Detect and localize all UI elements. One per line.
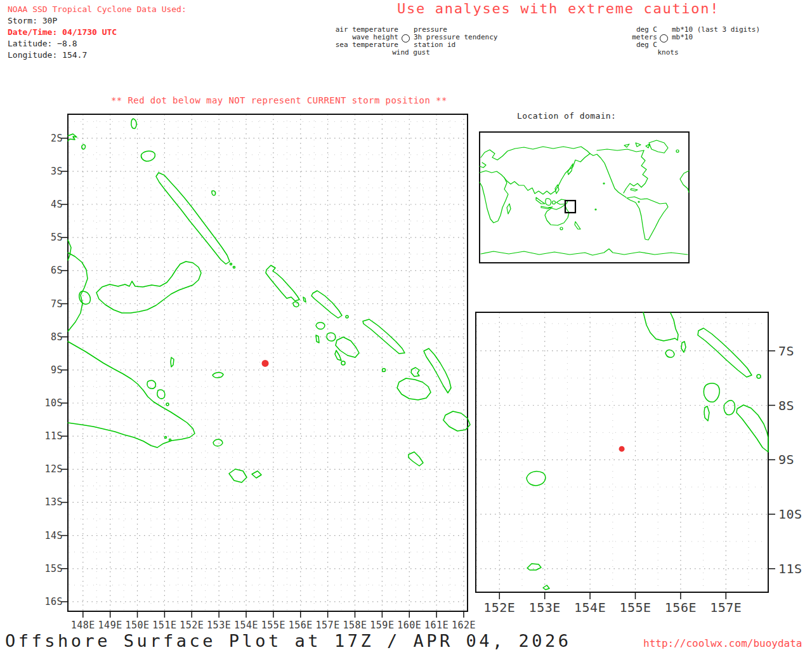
main-map-lon-label-161E: 161E [424, 620, 449, 631]
station-circle-icon [402, 34, 410, 43]
coastline-new-zealand [575, 222, 580, 229]
coastline-islet [165, 437, 167, 439]
station-circle-icon [660, 34, 668, 43]
coastline-islet [82, 145, 86, 149]
coastline-manus [68, 134, 77, 141]
coastline-south-america [627, 197, 668, 240]
coastline-asia-east [504, 154, 590, 194]
coastline-florida-islands [411, 368, 419, 376]
main-map-lat-label-16S: 16S [44, 596, 63, 607]
buoy-plot-page: NOAA SSD Tropical Cyclone Data Used:Stor… [0, 0, 812, 650]
storm-info-source: NOAA SSD Tropical Cyclone Data Used: [8, 4, 187, 15]
storm-info-storm: Storm: 30P [8, 15, 187, 27]
coastline-rennell [409, 452, 423, 466]
coastline-islet [233, 267, 235, 269]
coastline-santa-isabel [737, 405, 768, 452]
coastline-arctic-island [636, 143, 641, 147]
sub-map-lon-label-155E: 155E [619, 600, 651, 615]
coastline-north-america-west [590, 154, 626, 197]
main-map-lat-label-12S: 12S [44, 463, 63, 475]
main-map-coastlines [68, 119, 470, 482]
page-title: Offshore Surface Plot at 17Z / APR 04, 2… [5, 631, 571, 650]
main-map-lon-label-154E: 154E [234, 620, 258, 631]
coastline-misima [229, 469, 247, 482]
caution-headline: Use analyses with extreme caution! [397, 1, 719, 17]
coastline-kolombangara [327, 333, 336, 341]
coastline-tabar [212, 190, 216, 195]
coastline-islet [383, 369, 386, 372]
coastline-bougainville-tip [643, 312, 678, 341]
sub-map-lat-label-7S: 7S [778, 343, 794, 359]
axis-ticks [61, 138, 775, 618]
coastline-woodlark [527, 472, 546, 486]
main-map-lon-label-153E: 153E [207, 620, 231, 631]
coastline-woodlark [213, 439, 223, 446]
sub-map-lon-label-156E: 156E [665, 600, 697, 615]
coastline-islet [303, 297, 306, 302]
legend-sea-temperature: sea temperature [336, 41, 398, 49]
inset-title: Location of domain: [517, 111, 616, 121]
sub-map-coastlines [527, 312, 768, 590]
coastline-choiseul [311, 291, 342, 318]
units-sea-temperature: deg C [636, 41, 657, 49]
storm-info-latitude: Latitude: −8.8 [8, 38, 187, 50]
coastline-sumatra [536, 197, 545, 204]
main-map-lon-label-158E: 158E [343, 620, 367, 631]
coastline-islet [527, 564, 541, 570]
main-map-lat-label-8S: 8S [51, 331, 63, 343]
main-map-lat-label-3S: 3S [51, 166, 63, 177]
coastline-islet [335, 350, 341, 361]
coastline-cuba [631, 189, 638, 191]
coastline-islet [230, 263, 232, 265]
main-map-lon-label-151E: 151E [152, 620, 176, 631]
main-map-lon-label-155E: 155E [261, 620, 285, 631]
coastline-hawaii [603, 183, 605, 184]
coastline-makira [443, 411, 470, 431]
coastline-islet [316, 335, 319, 343]
inset-world-map [480, 140, 689, 255]
storm-dot-main [262, 360, 269, 367]
coastline-fiji [595, 209, 596, 210]
coastline-png-mainland [68, 342, 195, 448]
main-map-lat-label-11S: 11S [44, 430, 63, 442]
coastline-islet [171, 357, 174, 367]
coastline-trobriand [213, 373, 223, 378]
coastline-madagascar [507, 204, 511, 214]
coastline-islet [346, 315, 348, 318]
coastline-rendova [341, 361, 345, 365]
coastline-islet [681, 342, 686, 352]
coastline-santa-isabel [363, 319, 405, 354]
coastline-vella-lavella [316, 322, 325, 329]
main-map-lat-label-7S: 7S [51, 298, 63, 310]
coastline-shortland [665, 350, 674, 357]
coastline-santa-isabel-nw [704, 383, 719, 402]
units-wind-gust: knots [657, 49, 678, 56]
storm-info-datetime: Date/Time: 04/1730 UTC [8, 27, 187, 38]
coastline-shortland [293, 302, 299, 307]
sub-map-lon-label-153E: 153E [529, 600, 561, 615]
coastline-louisiade [252, 471, 261, 478]
main-map-lon-label-159E: 159E [370, 620, 394, 631]
coastline-tasmania [560, 227, 563, 230]
coastline-sulawesi [553, 201, 556, 204]
main-map-lon-label-149E: 149E [98, 620, 122, 631]
coastline-islet [704, 406, 709, 421]
main-map-lat-label-5S: 5S [51, 232, 63, 243]
sub-map-lat-label-9S: 9S [778, 452, 794, 467]
main-map-lat-label-15S: 15S [44, 563, 63, 574]
storm-info-block: NOAA SSD Tropical Cyclone Data Used:Stor… [8, 4, 187, 61]
source-url[interactable]: http://coolwx.com/buoydata [643, 637, 802, 649]
main-map-lat-label-13S: 13S [44, 496, 63, 508]
sub-map-lon-label-157E: 157E [710, 600, 742, 615]
coastline-antarctica [481, 249, 688, 255]
coastline-africa-west [680, 171, 689, 192]
coastline-galapagos [638, 201, 639, 202]
coastline-arctic-island [646, 144, 650, 148]
coastline-choiseul [698, 328, 752, 377]
main-map-lat-label-9S: 9S [51, 364, 63, 376]
sub-map-lon-label-154E: 154E [574, 600, 606, 615]
storm-position-warning: ** Red dot below may NOT represent CURRE… [111, 95, 447, 105]
coastline-eurasia-north [481, 147, 590, 160]
coastline-dentrecasteaux [147, 380, 155, 388]
sub-map-lat-label-8S: 8S [778, 398, 794, 413]
